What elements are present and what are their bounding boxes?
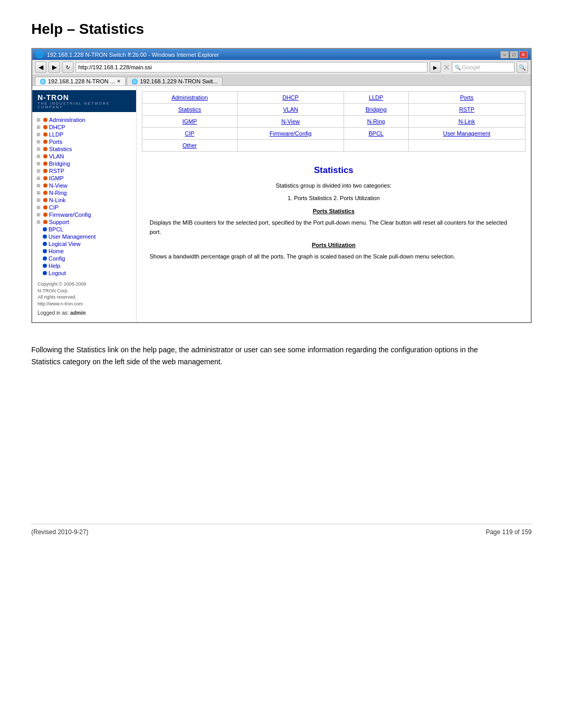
nav-link-nlink[interactable]: N-Link <box>458 118 475 125</box>
link-firmware[interactable]: Firmware/Config <box>49 212 91 218</box>
nav-link-lldp[interactable]: LLDP <box>369 94 384 101</box>
search-bar[interactable]: 🔍 Google <box>452 62 515 72</box>
nav-link-dhcp[interactable]: DHCP <box>283 94 299 101</box>
dot-nlink <box>43 198 47 202</box>
address-text: http://192.168.1.228/main.ssi <box>78 64 152 70</box>
sidebar-item-home[interactable]: Home <box>32 248 136 255</box>
footer-page: Page 119 of 159 <box>486 528 532 536</box>
dot-ports <box>43 140 47 144</box>
link-lldp[interactable]: LLDP <box>49 131 64 138</box>
link-help[interactable]: Help <box>48 263 60 269</box>
sidebar-item-nring[interactable]: ⊞ N-Ring <box>32 189 136 196</box>
sidebar-item-cip[interactable]: ⊞ CIP <box>32 204 136 211</box>
dot-nring <box>43 191 47 195</box>
sidebar-copyright: Copyright © 2008-2009 N-TRON Corp. All r… <box>32 277 136 308</box>
sidebar-item-vlan[interactable]: ⊞ VLAN <box>32 153 136 160</box>
copyright-line2: N-TRON Corp. <box>38 288 131 294</box>
sidebar-item-rstp[interactable]: ⊞ RSTP <box>32 167 136 175</box>
sidebar-item-help[interactable]: Help <box>32 262 136 269</box>
sidebar-item-logout[interactable]: Logout <box>32 269 136 277</box>
expand-icon: ⊞ <box>36 212 42 217</box>
link-administration[interactable]: Administration <box>49 117 85 123</box>
link-logout[interactable]: Logout <box>48 270 66 276</box>
sidebar-item-logicalview[interactable]: Logical View <box>32 240 136 248</box>
link-cip[interactable]: CIP <box>49 204 58 211</box>
link-nlink[interactable]: N-Link <box>49 197 66 203</box>
address-bar[interactable]: http://192.168.1.228/main.ssi <box>76 62 427 72</box>
link-config[interactable]: Config <box>48 255 65 262</box>
nav-link-ports[interactable]: Ports <box>460 94 473 101</box>
nav-link-vlan[interactable]: VLAN <box>283 106 298 113</box>
link-logicalview[interactable]: Logical View <box>48 241 81 247</box>
nav-link-usermgmt[interactable]: User Management <box>443 130 491 137</box>
sidebar-item-lldp[interactable]: ⊞ LLDP <box>32 131 136 138</box>
forward-button[interactable]: ▶ <box>48 61 60 73</box>
sidebar-item-igmp[interactable]: ⊞ IGMP <box>32 175 136 182</box>
stats-intro-2: 1. Ports Statistics 2. Ports Utilization <box>150 194 518 203</box>
close-button[interactable]: ✕ <box>519 51 528 58</box>
back-button[interactable]: ◀ <box>35 61 46 73</box>
nav-link-cip[interactable]: CIP <box>185 130 194 137</box>
dot-bridging <box>43 162 47 166</box>
tab-1[interactable]: 🌐 192.168.1.228 N-TRON ... ✕ <box>35 77 126 85</box>
tab-2-label: 192.168.1.229 N-TRON Swit... <box>140 78 217 84</box>
link-home[interactable]: Home <box>48 248 64 254</box>
sidebar-item-administration[interactable]: ⊞ Administration <box>32 116 136 124</box>
sidebar-item-usermgmt[interactable]: User Management <box>32 233 136 240</box>
dot-cip <box>43 205 47 209</box>
sidebar-item-dhcp[interactable]: ⊞ DHCP <box>32 124 136 131</box>
nav-link-bridging[interactable]: Bridging <box>365 106 386 113</box>
stats-intro-1: Statistics group is divided into two cat… <box>150 181 518 191</box>
search-go-button[interactable]: 🔍 <box>517 61 528 73</box>
tab-1-close[interactable]: ✕ <box>117 79 121 84</box>
link-statistics[interactable]: Statistics <box>49 146 72 152</box>
minimize-button[interactable]: – <box>500 51 509 58</box>
maximize-button[interactable]: □ <box>510 51 518 58</box>
sidebar-item-bridging[interactable]: ⊞ Bridging <box>32 160 136 167</box>
link-nring[interactable]: N-Ring <box>49 190 67 196</box>
dot-firmware <box>43 213 47 217</box>
nav-link-rstp[interactable]: RSTP <box>459 106 474 113</box>
ntron-logo-text: N-TRON <box>38 93 131 102</box>
go-button[interactable]: ▶ <box>430 61 441 73</box>
sidebar-item-nlink[interactable]: ⊞ N-Link <box>32 196 136 204</box>
link-rstp[interactable]: RSTP <box>49 168 64 174</box>
expand-icon: ⊞ <box>36 198 42 203</box>
link-dhcp[interactable]: DHCP <box>49 124 65 130</box>
link-nview[interactable]: N-View <box>49 182 67 189</box>
refresh-button[interactable]: ↻ <box>62 61 74 73</box>
nav-link-igmp[interactable]: IGMP <box>182 118 197 125</box>
browser-icon: 🌐 <box>35 51 44 58</box>
sidebar-item-firmware[interactable]: ⊞ Firmware/Config <box>32 211 136 218</box>
link-support[interactable]: Support <box>49 219 69 225</box>
sidebar-item-config[interactable]: Config <box>32 255 136 262</box>
nav-link-bpcl[interactable]: BPCL <box>369 130 384 137</box>
link-ports[interactable]: Ports <box>49 139 63 145</box>
nav-link-statistics[interactable]: Statistics <box>178 106 201 113</box>
nav-link-administration[interactable]: Administration <box>172 94 208 101</box>
expand-icon: ⊞ <box>36 183 42 188</box>
tab-2-icon: 🌐 <box>131 79 138 84</box>
copyright-line3: All rights reserved. <box>38 294 131 301</box>
sidebar-item-support[interactable]: ⊞ Support <box>32 218 136 226</box>
nav-link-nview[interactable]: N-View <box>282 118 300 125</box>
nav-link-other[interactable]: Other <box>182 142 197 149</box>
link-vlan[interactable]: VLAN <box>49 153 64 159</box>
expand-icon: ⊞ <box>36 205 42 210</box>
sidebar-item-nview[interactable]: ⊞ N-View <box>32 182 136 189</box>
sidebar-item-statistics[interactable]: ⊞ Statistics <box>32 145 136 153</box>
ntron-logo: N-TRON THE INDUSTRIAL NETWORK COMPANY <box>32 90 136 112</box>
sidebar-item-bpcl[interactable]: BPCL <box>32 226 136 233</box>
link-bridging[interactable]: Bridging <box>49 161 70 167</box>
link-usermgmt[interactable]: User Management <box>48 233 96 240</box>
tab-2[interactable]: 🌐 192.168.1.229 N-TRON Swit... <box>127 77 222 85</box>
link-igmp[interactable]: IGMP <box>49 175 64 181</box>
link-bpcl[interactable]: BPCL <box>48 226 64 232</box>
sidebar-item-ports[interactable]: ⊞ Ports <box>32 138 136 145</box>
nav-link-firmware[interactable]: Firmware/Config <box>270 130 312 137</box>
browser-titlebar-left: 🌐 192.168.1.228 N-TRON Switch ff:2b:00 -… <box>35 51 219 58</box>
copyright-line4: http://www.n-tron.com <box>38 301 131 307</box>
nav-link-nring[interactable]: N-Ring <box>367 118 385 125</box>
expand-icon: ⊞ <box>36 190 42 195</box>
expand-icon: ⊞ <box>36 146 42 152</box>
